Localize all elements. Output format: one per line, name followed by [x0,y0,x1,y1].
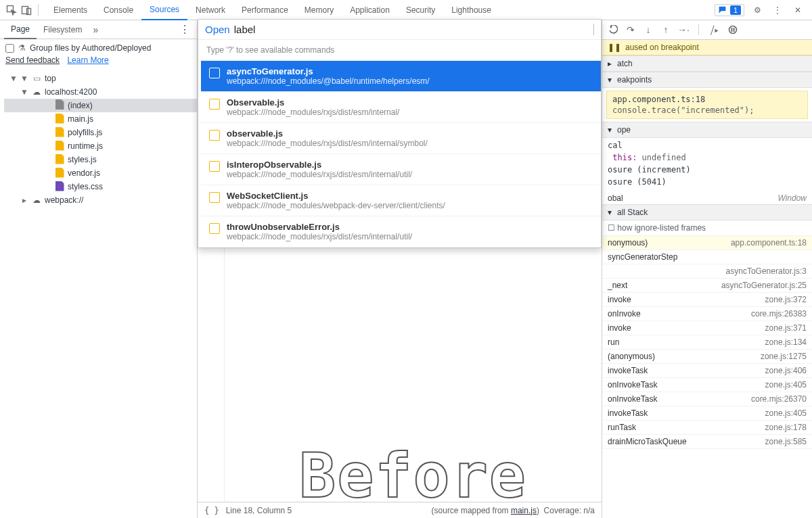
stack-frame[interactable]: invokeTaskzone.js:406 [602,364,812,378]
tree-item[interactable]: main.js [4,112,197,126]
call-stack-list: nonymous)app.component.ts:18syncGenerato… [602,236,812,449]
step-icon[interactable]: →· [677,23,690,37]
stack-frame[interactable]: runzone.js:134 [602,335,812,350]
open-result[interactable]: WebSocketClient.jswebpack:///node_module… [201,185,601,216]
separator [698,24,699,35]
more-tabs-icon[interactable]: » [89,24,102,35]
open-hint: Type '?' to see available commands [198,40,601,61]
tree-item[interactable]: (index) [4,99,197,112]
tab-memory[interactable]: Memory [296,0,342,20]
close-devtools-icon[interactable]: ✕ [790,3,805,18]
tree-item[interactable]: styles.js [4,153,197,166]
deactivate-breakpoints-icon[interactable]: ⧸▸ [707,23,721,37]
group-files-label: Group files by Authored/Deployed [30,43,151,53]
tree-item[interactable]: ▼☁localhost:4200 [4,85,197,99]
stack-frame[interactable]: _nextasyncToGenerator.js:25 [602,279,812,293]
file-icon [209,192,220,203]
tab-sources[interactable]: Sources [141,0,187,20]
breakpoints-section[interactable]: ▾eakpoints [602,72,812,88]
tab-console[interactable]: Console [95,0,141,20]
pause-icon: ❚❚ [608,43,621,52]
more-icon[interactable]: ⋮ [770,3,785,18]
device-toggle-icon[interactable] [19,3,34,18]
source-map-link[interactable]: main.js [511,506,537,515]
paused-banner: ❚❚ aused on breakpoint [602,40,812,55]
separator [38,4,39,16]
settings-icon[interactable]: ⚙ [750,3,765,18]
editor-status-bar: { } Line 18, Column 5 (source mapped fro… [198,502,602,518]
tab-security[interactable]: Security [398,0,443,20]
navigator-tabs: PageFilesystem » ⋮ [0,20,197,39]
tab-application[interactable]: Application [342,0,398,20]
file-tree: ▼▼▭top▼☁localhost:4200(index)main.jspoly… [0,70,197,207]
tree-item[interactable]: ▼▼▭top [4,72,197,85]
open-label: Open [205,24,230,35]
scope-body: cal this: undefined osure (increment) os… [602,138,812,192]
breakpoint-code: console.trace("incremented"); [612,105,802,116]
svg-point-3 [729,26,737,34]
inspect-icon[interactable] [4,3,19,18]
scope-section[interactable]: ▾ope [602,122,812,138]
debug-toolbar: ↷ ↓ ↑ →· ⧸▸ [602,20,812,40]
stack-frame[interactable]: invokeTaskzone.js:405 [602,406,812,421]
pretty-print-icon[interactable]: { } [204,506,219,515]
stack-frame[interactable]: drainMicroTaskQueuezone.js:585 [602,435,812,449]
tab-lighthouse[interactable]: Lighthouse [443,0,499,20]
open-file-input[interactable] [234,24,594,35]
tree-item[interactable]: styles.css [4,180,197,193]
main-tab-bar: ElementsConsoleSourcesNetworkPerformance… [0,0,812,20]
stack-frame[interactable]: onInvokeTaskcore.mjs:26370 [602,392,812,406]
pause-exceptions-icon[interactable] [726,23,740,37]
breakpoint-entry[interactable]: app.component.ts:18 console.trace("incre… [606,91,808,119]
stack-frame[interactable]: onInvokecore.mjs:26383 [602,307,812,321]
group-files-row: ⚗ Group files by Authored/Deployed [0,39,197,54]
file-icon [209,161,220,172]
watch-section[interactable]: ▸atch [602,55,812,72]
step-into-icon[interactable]: ↓ [641,23,655,37]
file-icon [209,68,220,78]
open-result[interactable]: isInteropObservable.jswebpack:///node_mo… [201,154,601,185]
stack-frame[interactable]: onInvokeTaskzone.js:405 [602,378,812,392]
navigator-pane: PageFilesystem » ⋮ ⚗ Group files by Auth… [0,20,198,518]
stack-frame[interactable]: (anonymous)zone.js:1275 [602,350,812,364]
open-result[interactable]: observable.jswebpack:///node_modules/rxj… [201,123,601,154]
send-feedback-link[interactable]: Send feedback [5,55,60,65]
step-over-icon[interactable]: ↷ [624,23,637,37]
stack-frame[interactable]: asyncToGenerator.js:3 [602,264,812,279]
tree-item[interactable]: runtime.js [4,139,197,153]
stack-frame[interactable]: nonymous)app.component.ts:18 [602,236,812,250]
call-stack-section[interactable]: ▾all Stack [602,204,812,220]
step-out-icon[interactable]: ↑ [659,23,673,37]
feedback-badge[interactable]: 1 [715,4,744,16]
tree-item[interactable]: vendor.js [4,166,197,180]
stack-frame[interactable]: syncGeneratorStep [602,250,812,264]
subtab-page[interactable]: Page [4,20,37,39]
open-result[interactable]: Observable.jswebpack:///node_modules/rxj… [201,92,601,123]
tab-performance[interactable]: Performance [233,0,296,20]
stack-frame[interactable]: invokezone.js:372 [602,293,812,307]
subtab-filesystem[interactable]: Filesystem [37,20,89,39]
file-icon [209,130,220,141]
stack-frame[interactable]: invokezone.js:371 [602,321,812,335]
tree-item[interactable]: polyfills.js [4,126,197,139]
coverage-info: Coverage: n/a [544,506,595,515]
stack-frame[interactable]: runTaskzone.js:178 [602,421,812,435]
open-result[interactable]: throwUnobservableError.jswebpack:///node… [201,216,601,248]
experiment-icon: ⚗ [18,43,26,53]
learn-more-link[interactable]: Learn More [67,55,108,65]
file-icon [209,223,220,234]
open-results: asyncToGenerator.jswebpack:///node_modul… [198,61,601,248]
ignore-listed-toggle[interactable]: ☐ how ignore-listed frames [602,220,812,236]
scope-global[interactable]: obalWindow [602,192,812,204]
group-files-checkbox[interactable] [5,44,14,53]
open-result[interactable]: asyncToGenerator.jswebpack:///node_modul… [201,61,601,92]
tree-item[interactable]: ▸☁webpack:// [4,193,197,207]
source-map-info: (source mapped from main.js) Coverage: n… [432,506,595,515]
resume-icon[interactable] [606,23,620,37]
navigator-menu-icon[interactable]: ⋮ [177,23,193,36]
tab-elements[interactable]: Elements [45,0,95,20]
tab-network[interactable]: Network [187,0,233,20]
file-icon [209,99,220,110]
svg-rect-5 [734,28,735,32]
open-file-popup: Open Type '?' to see available commands … [198,19,602,248]
